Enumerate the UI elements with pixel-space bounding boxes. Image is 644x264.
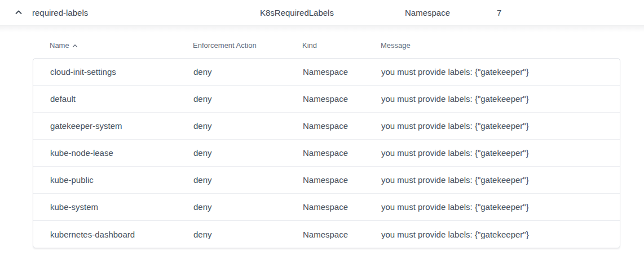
- column-header-name[interactable]: Name: [33, 41, 193, 51]
- constraint-detail-section: NameEnforcement ActionKindMessage cloud-…: [0, 25, 644, 263]
- cell-enforcement_action: deny: [193, 121, 303, 131]
- cell-name: default: [33, 94, 193, 104]
- table-row: cloud-init-settingsdenyNamespaceyou must…: [33, 59, 620, 86]
- cell-name: kube-public: [33, 175, 193, 185]
- cell-name: kubernetes-dashboard: [33, 230, 193, 239]
- constraint-template-kind: K8sRequiredLabels: [260, 8, 334, 17]
- cell-enforcement_action: deny: [193, 202, 303, 212]
- cell-kind: Namespace: [303, 202, 381, 212]
- cell-message: you must provide labels: {"gatekeeper"}: [381, 67, 620, 77]
- cell-kind: Namespace: [303, 230, 381, 239]
- cell-kind: Namespace: [303, 148, 381, 158]
- cell-kind: Namespace: [303, 67, 381, 77]
- constraint-group-header[interactable]: required-labels K8sRequiredLabels Namesp…: [0, 0, 644, 25]
- column-header-label: Message: [381, 41, 411, 51]
- table-row: kube-node-leasedenyNamespaceyou must pro…: [33, 140, 620, 167]
- cell-message: you must provide labels: {"gatekeeper"}: [381, 202, 620, 212]
- cell-kind: Namespace: [303, 175, 381, 185]
- cell-kind: Namespace: [303, 121, 381, 131]
- table-row: kube-systemdenyNamespaceyou must provide…: [33, 194, 620, 221]
- cell-enforcement_action: deny: [193, 67, 303, 77]
- table-row: kubernetes-dashboarddenyNamespaceyou mus…: [33, 221, 620, 248]
- column-header-row: NameEnforcement ActionKindMessage: [33, 41, 620, 51]
- violations-table: cloud-init-settingsdenyNamespaceyou must…: [33, 58, 620, 248]
- cell-enforcement_action: deny: [193, 230, 303, 239]
- constraint-violations-page: required-labels K8sRequiredLabels Namesp…: [0, 0, 644, 264]
- cell-kind: Namespace: [303, 94, 381, 104]
- table-row: kube-publicdenyNamespaceyou must provide…: [33, 167, 620, 194]
- column-header-enforcement_action[interactable]: Enforcement Action: [193, 41, 302, 51]
- cell-enforcement_action: deny: [193, 175, 303, 185]
- constraint-name: required-labels: [32, 8, 88, 17]
- table-row: gatekeeper-systemdenyNamespaceyou must p…: [33, 113, 620, 140]
- cell-name: kube-node-lease: [33, 148, 193, 158]
- cell-name: gatekeeper-system: [33, 121, 193, 131]
- column-header-kind[interactable]: Kind: [302, 41, 381, 51]
- cell-name: kube-system: [33, 202, 193, 212]
- violation-count: 7: [497, 8, 501, 17]
- column-header-label: Name: [50, 41, 69, 51]
- sort-ascending-icon: [72, 44, 78, 48]
- cell-name: cloud-init-settings: [33, 67, 193, 77]
- column-header-message[interactable]: Message: [381, 41, 620, 51]
- column-header-label: Kind: [302, 41, 317, 51]
- cell-message: you must provide labels: {"gatekeeper"}: [381, 121, 620, 131]
- constraint-target-kind: Namespace: [405, 8, 450, 17]
- cell-message: you must provide labels: {"gatekeeper"}: [381, 148, 620, 158]
- cell-message: you must provide labels: {"gatekeeper"}: [381, 175, 620, 185]
- table-row: defaultdenyNamespaceyou must provide lab…: [33, 86, 620, 113]
- cell-enforcement_action: deny: [193, 148, 303, 158]
- cell-message: you must provide labels: {"gatekeeper"}: [381, 94, 620, 104]
- chevron-up-icon[interactable]: [15, 8, 23, 16]
- cell-message: you must provide labels: {"gatekeeper"}: [381, 230, 620, 239]
- column-header-label: Enforcement Action: [193, 41, 257, 51]
- cell-enforcement_action: deny: [193, 94, 303, 104]
